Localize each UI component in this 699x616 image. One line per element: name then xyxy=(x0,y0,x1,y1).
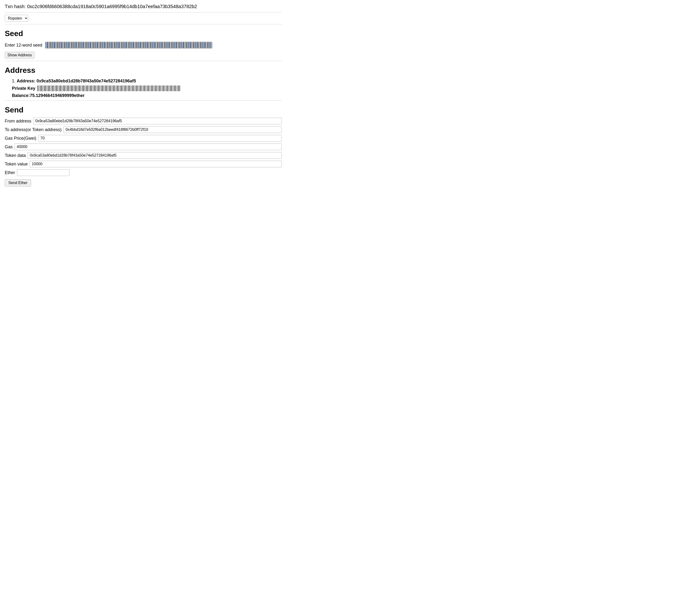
address-item-1: 1. Address: 0x9ca53a80ebd1d28b78f43a50e7… xyxy=(12,79,282,98)
network-select-wrapper: Ropsten Mainnet Kovan Rinkeby xyxy=(5,15,282,22)
private-key-blurred xyxy=(37,86,181,91)
balance-value: 75.1294664194699999ether xyxy=(30,93,84,98)
ether-row: Ether xyxy=(5,169,282,176)
divider-address xyxy=(5,101,282,101)
to-address-label: To address(or Token address) xyxy=(5,127,62,132)
address-number: 1. Address: 0x9ca53a80ebd1d28b78f43a50e7… xyxy=(12,79,282,83)
txn-hash-value: 0xc2c906fd6606388cda1918a0c5901a6995f9b1… xyxy=(27,4,197,9)
show-address-button[interactable]: Show Address xyxy=(5,52,35,58)
ether-label: Ether xyxy=(5,170,15,175)
token-data-label: Token data xyxy=(5,153,26,158)
token-value-row: Token value xyxy=(5,161,282,167)
send-title: Send xyxy=(5,106,282,114)
txn-hash-label: Txn hash: xyxy=(5,4,26,9)
from-address-row: From address xyxy=(5,118,282,124)
balance-row: Balance:75.1294664194699999ether xyxy=(12,93,282,98)
address-title: Address xyxy=(5,66,282,75)
private-key-label: Private Key xyxy=(12,86,35,91)
address-label: Address: xyxy=(17,79,35,83)
token-data-row: Token data xyxy=(5,152,282,159)
token-value-input[interactable] xyxy=(30,161,282,167)
to-address-row: To address(or Token address) xyxy=(5,126,282,133)
gas-price-input[interactable] xyxy=(38,135,282,142)
gas-input[interactable] xyxy=(15,144,282,150)
address-section: Address 1. Address: 0x9ca53a80ebd1d28b78… xyxy=(5,66,282,98)
balance-label: Balance: xyxy=(12,93,30,98)
to-address-input[interactable] xyxy=(64,126,282,133)
address-index: 1. xyxy=(12,79,15,83)
divider-seed xyxy=(5,61,282,61)
seed-input-blurred xyxy=(45,42,212,49)
gas-row: Gas xyxy=(5,144,282,150)
seed-title: Seed xyxy=(5,29,282,38)
gas-price-label: Gas Price(Gwei) xyxy=(5,136,36,141)
gas-price-row: Gas Price(Gwei) xyxy=(5,135,282,142)
send-ether-button[interactable]: Send Ether xyxy=(5,179,31,186)
address-value: 0x9ca53a80ebd1d28b78f43a50e74e527284196a… xyxy=(37,79,136,83)
txn-hash: Txn hash: 0xc2c906fd6606388cda1918a0c590… xyxy=(5,4,282,9)
send-form: From address To address(or Token address… xyxy=(5,118,282,186)
token-data-input[interactable] xyxy=(28,152,282,159)
send-section: Send From address To address(or Token ad… xyxy=(5,106,282,186)
private-key-row: Private Key xyxy=(12,86,282,91)
from-address-input[interactable] xyxy=(33,118,282,124)
seed-section: Seed Enter 12-word seed Show Address xyxy=(5,29,282,58)
from-address-label: From address xyxy=(5,119,31,124)
ether-input[interactable] xyxy=(17,169,69,176)
seed-row: Enter 12-word seed xyxy=(5,42,282,49)
seed-label: Enter 12-word seed xyxy=(5,43,42,48)
gas-label: Gas xyxy=(5,144,13,149)
token-value-label: Token value xyxy=(5,162,28,167)
network-select[interactable]: Ropsten Mainnet Kovan Rinkeby xyxy=(5,15,28,22)
